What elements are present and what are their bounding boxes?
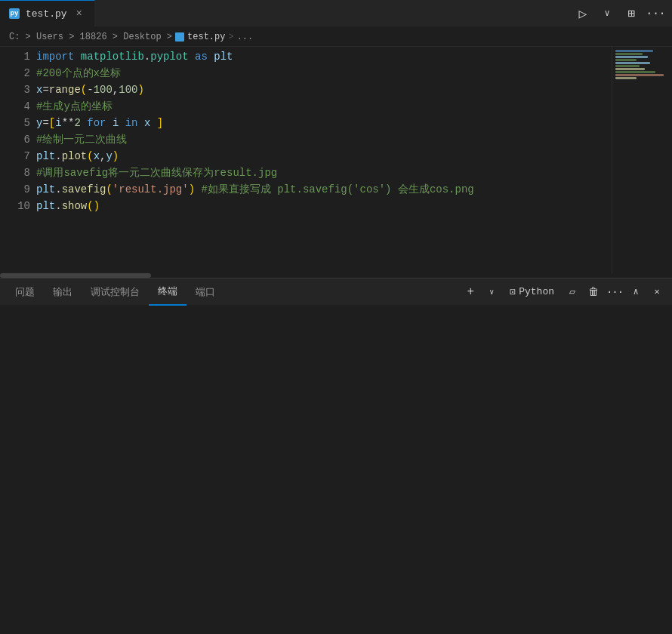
panel-tab-debug-label: 调试控制台 (91, 285, 140, 299)
file-tab-icon: py (9, 8, 20, 19)
panel-tab-terminal[interactable]: 终端 (149, 279, 186, 306)
line-number: 8 (0, 165, 30, 181)
panel-tab-output[interactable]: 输出 (44, 279, 82, 306)
close-icon: ✕ (654, 286, 659, 297)
breadcrumb-file-label: test.py (187, 32, 225, 42)
code-line-8: #调用savefig将一元二次曲线保存为result.jpg (36, 165, 612, 181)
minimap (612, 47, 672, 273)
panel-tab-terminal-label: 终端 (158, 285, 177, 298)
line-number: 5 (0, 115, 30, 131)
line-number: 4 (0, 98, 30, 115)
panel-more-button[interactable]: ··· (606, 283, 624, 301)
run-icon (579, 5, 587, 22)
panel-tab-actions: + ∨ ⊡ Python ▱ 🗑 ··· ∧ ✕ (461, 283, 666, 301)
panel: 问题 输出 调试控制台 终端 端口 + ∨ ⊡ Python ▱ (0, 278, 672, 318)
line-number: 2 (0, 65, 30, 82)
breadcrumb-more: ... (237, 32, 254, 42)
chevron-down-small-icon: ∨ (489, 288, 494, 297)
kill-terminal-button[interactable]: 🗑 (584, 283, 603, 301)
new-terminal-dropdown[interactable]: ∨ (482, 283, 501, 301)
panel-tab-problems-label: 问题 (15, 285, 35, 299)
run-button[interactable] (572, 3, 593, 24)
split-terminal-button[interactable]: ▱ (563, 283, 581, 301)
breadcrumb: C: > Users > 18826 > Desktop > test.py >… (0, 27, 672, 47)
chevron-down-icon: ∨ (604, 8, 609, 19)
editor-area: 1 2 3 4 5 6 7 8 9 10 import matplotlib.p… (0, 47, 672, 273)
panel-tab-problems[interactable]: 问题 (6, 279, 44, 306)
line-numbers: 1 2 3 4 5 6 7 8 9 10 (0, 47, 36, 273)
trash-icon: 🗑 (588, 286, 599, 298)
plus-icon: + (467, 285, 475, 299)
breadcrumb-file-icon (175, 32, 184, 42)
line-number: 7 (0, 148, 30, 165)
run-dropdown-button[interactable]: ∨ (596, 3, 618, 24)
code-line-1: import matplotlib.pyplot as plt (36, 48, 612, 65)
panel-tab-bar: 问题 输出 调试控制台 终端 端口 + ∨ ⊡ Python ▱ (0, 279, 672, 306)
code-line-6: #绘制一元二次曲线 (36, 131, 612, 148)
code-line-3: x=range(-100,100) (36, 82, 612, 98)
code-line-2: #200个点的x坐标 (36, 65, 612, 82)
panel-more-icon: ··· (606, 286, 623, 298)
panel-close-button[interactable]: ✕ (648, 283, 666, 301)
code-line-7: plt.plot(x,y) (36, 148, 612, 165)
file-tab-label: test.py (26, 8, 67, 20)
panel-tab-ports-label: 端口 (196, 285, 215, 299)
tab-bar-actions: ∨ (572, 3, 672, 24)
line-number: 6 (0, 131, 30, 148)
split-editor-button[interactable] (621, 3, 642, 24)
code-line-5: y=[i**2 for i in x ] (36, 115, 612, 131)
terminal-icon: ⊡ (510, 286, 516, 298)
code-editor[interactable]: import matplotlib.pyplot as plt #200个点的x… (36, 47, 612, 273)
new-terminal-button[interactable]: + (461, 283, 479, 301)
breadcrumb-path: C: > Users > 18826 > Desktop > (9, 32, 172, 42)
panel-tab-ports[interactable]: 端口 (186, 279, 224, 306)
file-tab[interactable]: py test.py × (0, 0, 95, 27)
split-icon (627, 6, 635, 21)
panel-tab-output-label: 输出 (53, 285, 72, 299)
line-number: 10 (0, 198, 30, 214)
line-number: 3 (0, 82, 30, 98)
split-terminal-icon: ▱ (569, 285, 575, 298)
terminal-content[interactable] (0, 306, 672, 318)
python-label: Python (519, 286, 554, 297)
code-line-9: plt.savefig('result.jpg') #如果直接写成 plt.sa… (36, 181, 612, 198)
panel-tab-debug[interactable]: 调试控制台 (82, 279, 149, 306)
code-line-10: plt.show() (36, 198, 612, 214)
more-actions-button[interactable] (645, 3, 666, 24)
more-icon (646, 7, 665, 20)
line-number: 1 (0, 48, 30, 65)
panel-maximize-button[interactable]: ∧ (627, 283, 645, 301)
python-badge: ⊡ Python (504, 286, 560, 298)
tab-bar: py test.py × ∨ (0, 0, 672, 27)
maximize-icon: ∧ (633, 286, 638, 297)
code-line-4: #生成y点的坐标 (36, 98, 612, 115)
line-number: 9 (0, 181, 30, 198)
tab-close-button[interactable]: × (73, 8, 85, 20)
breadcrumb-sep: > (228, 32, 233, 42)
